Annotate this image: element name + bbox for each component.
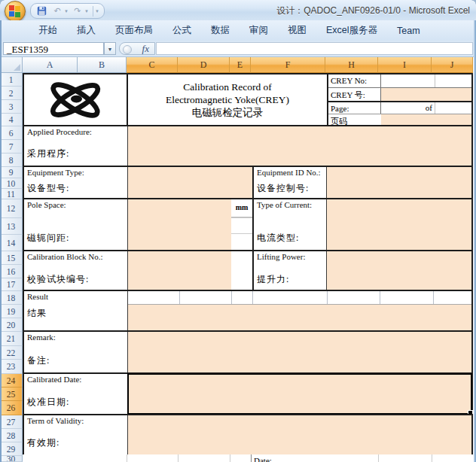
- term-of-validity-en: Term of Validity:: [27, 416, 125, 425]
- formula-input[interactable]: [156, 42, 473, 55]
- page-of-cell[interactable]: of: [381, 103, 432, 112]
- lifting-power-label-cell[interactable]: Lifting Power: 提升力:: [252, 251, 327, 290]
- redo-dropdown-icon[interactable]: ▼: [84, 9, 89, 14]
- applied-procedure-zh: 采用程序:: [27, 147, 125, 160]
- pole-space-label-cell[interactable]: Pole Space: 磁轭间距:: [24, 199, 128, 250]
- calibrated-date-label-cell[interactable]: Calibrated Date: 校准日期:: [24, 374, 128, 414]
- section-form-header: Calibration Record of Electromagnetic Yo…: [23, 73, 473, 126]
- ribbon-tab[interactable]: 页面布局: [105, 21, 163, 40]
- equipment-type-label-cell[interactable]: Equipment Type: 设备型号:: [24, 167, 128, 198]
- page-label[interactable]: Page:: [328, 102, 381, 114]
- name-box[interactable]: _ESF1359: [3, 42, 104, 55]
- save-button[interactable]: [35, 5, 48, 17]
- calibration-block-en: Calibration Block No.:: [27, 252, 125, 261]
- result-en: Result: [27, 292, 125, 301]
- type-of-current-zh: 电流类型:: [257, 232, 324, 245]
- ribbon-tab[interactable]: Excel服务器: [316, 21, 387, 40]
- lifting-power-en: Lifting Power:: [257, 252, 324, 261]
- calibration-block-input-cell[interactable]: [128, 251, 231, 290]
- result-label-cell[interactable]: Result 结果: [24, 291, 128, 330]
- form-title-line2: Electromagnetic Yoke(CREY): [166, 93, 289, 106]
- ribbon-tab-strip: 开始插入页面布局公式数据审阅视图Excel服务器Team: [0, 20, 476, 41]
- applied-procedure-input-cell[interactable]: [128, 126, 471, 166]
- remark-input-cell[interactable]: [128, 332, 471, 372]
- equipment-id-zh: 设备控制号:: [257, 182, 324, 195]
- form-title-line3: 电磁轭检定记录: [192, 106, 264, 119]
- term-of-validity-zh: 有效期:: [27, 436, 125, 449]
- form-title-cell[interactable]: Calibration Record of Electromagnetic Yo…: [128, 74, 327, 125]
- quick-access-toolbar: ↶▼ ↷▼ ▼: [30, 3, 105, 19]
- equipment-id-en: Equipment ID No.:: [257, 168, 324, 177]
- result-row18-cells[interactable]: [128, 291, 471, 305]
- section-pole-space: Pole Space: 磁轭间距: mm Type of Current: 电流…: [23, 198, 473, 251]
- equipment-type-zh: 设备型号:: [27, 182, 125, 195]
- calibration-block-zh: 校验试块编号:: [27, 273, 125, 286]
- ribbon-tab[interactable]: 公式: [163, 21, 201, 40]
- insert-function-button[interactable]: fx: [119, 42, 155, 55]
- logo-cell[interactable]: [24, 74, 128, 125]
- ribbon-tab[interactable]: 视图: [278, 21, 316, 40]
- section-calibration-block: Calibration Block No.: 校验试块编号: Lifting P…: [23, 250, 473, 291]
- worksheet: ABCDEFHIJ 123467891011121314151617181920…: [0, 57, 476, 462]
- section-remark: Remark: 备注:: [23, 330, 473, 374]
- section-calibrated-date: Calibrated Date: 校准日期:: [23, 372, 473, 415]
- name-box-dropdown-icon[interactable]: ▼: [104, 42, 116, 55]
- ribbon-tab[interactable]: 插入: [67, 21, 105, 40]
- office-logo-icon: [15, 6, 20, 11]
- calibrated-date-en: Calibrated Date:: [27, 375, 125, 384]
- section-result: Result 结果: [23, 290, 473, 332]
- form-area: Calibration Record of Electromagnetic Yo…: [0, 57, 476, 462]
- undo-button[interactable]: ↶: [50, 5, 64, 17]
- calibrated-date-zh: 校准日期:: [27, 396, 125, 409]
- ribbon-tab[interactable]: Team: [387, 23, 430, 39]
- type-of-current-en: Type of Current:: [257, 200, 324, 209]
- term-of-validity-input-cell[interactable]: [128, 415, 471, 454]
- office-logo-icon: [15, 12, 20, 17]
- undo-dropdown-icon[interactable]: ▼: [64, 9, 69, 14]
- page-zh-label[interactable]: 页码: [328, 114, 381, 125]
- row30-partial: Date:: [23, 454, 473, 462]
- office-button[interactable]: [5, 1, 26, 22]
- title-bar: ↶▼ ↷▼ ▼ 设计：QADOC_ANF0926-01/0 - Microsof…: [0, 0, 476, 21]
- equipment-id-label-cell[interactable]: Equipment ID No.: 设备控制号:: [252, 167, 327, 198]
- insert-function-dot: [123, 45, 132, 54]
- equipment-type-input-cell[interactable]: [128, 167, 252, 198]
- term-of-validity-label-cell[interactable]: Term of Validity: 有效期:: [24, 415, 128, 454]
- redo-button[interactable]: ↷: [71, 5, 84, 17]
- remark-label-cell[interactable]: Remark: 备注:: [24, 332, 128, 372]
- result-zh: 结果: [27, 307, 125, 320]
- pole-space-input-cell[interactable]: [128, 199, 231, 250]
- remark-zh: 备注:: [27, 354, 125, 367]
- type-of-current-input-cell[interactable]: [327, 199, 471, 250]
- ribbon-tab[interactable]: 开始: [29, 21, 67, 40]
- selected-cell-calibrated-date[interactable]: [127, 373, 472, 415]
- section-term-of-validity: Term of Validity: 有效期:: [23, 414, 473, 456]
- result-input-cell[interactable]: [128, 305, 471, 330]
- applied-procedure-label-cell[interactable]: Applied Procedure: 采用程序:: [24, 126, 128, 166]
- form-header-right-panel: CREY No: CREY 号: Page: of 页码: [327, 74, 471, 125]
- qat-customize-button[interactable]: ▼: [95, 9, 99, 14]
- type-of-current-label-cell[interactable]: Type of Current: 电流类型:: [252, 199, 327, 250]
- lifting-power-input-cell[interactable]: [327, 251, 471, 290]
- section-applied-procedure: Applied Procedure: 采用程序:: [23, 125, 473, 167]
- page-input-cell[interactable]: [381, 114, 471, 125]
- ribbon-tab[interactable]: 审阅: [240, 21, 278, 40]
- section-equipment: Equipment Type: 设备型号: Equipment ID No.: …: [23, 166, 473, 199]
- window-title: 设计：QADOC_ANF0926-01/0 - Microsoft Excel: [276, 5, 470, 17]
- window-left-border: [0, 20, 2, 462]
- save-icon: [37, 6, 47, 16]
- pole-space-zh: 磁轭间距:: [27, 232, 125, 245]
- applied-procedure-en: Applied Procedure:: [27, 127, 125, 136]
- crey-no-zh-label[interactable]: CREY 号:: [328, 88, 381, 101]
- qat-separator: [93, 6, 93, 17]
- pole-space-unit-cell[interactable]: mm: [231, 199, 252, 217]
- form-title-line1: Calibration Record of: [183, 81, 272, 93]
- calibration-block-label-cell[interactable]: Calibration Block No.: 校验试块编号:: [24, 251, 128, 290]
- lifting-power-zh: 提升力:: [257, 273, 324, 286]
- ribbon-tab[interactable]: 数据: [201, 21, 240, 40]
- equipment-type-en: Equipment Type:: [27, 168, 125, 177]
- date-label[interactable]: Date:: [254, 456, 272, 462]
- equipment-id-input-cell[interactable]: [327, 167, 471, 198]
- crey-no-label[interactable]: CREY No:: [328, 74, 381, 87]
- crey-no-input-cell[interactable]: [381, 88, 471, 101]
